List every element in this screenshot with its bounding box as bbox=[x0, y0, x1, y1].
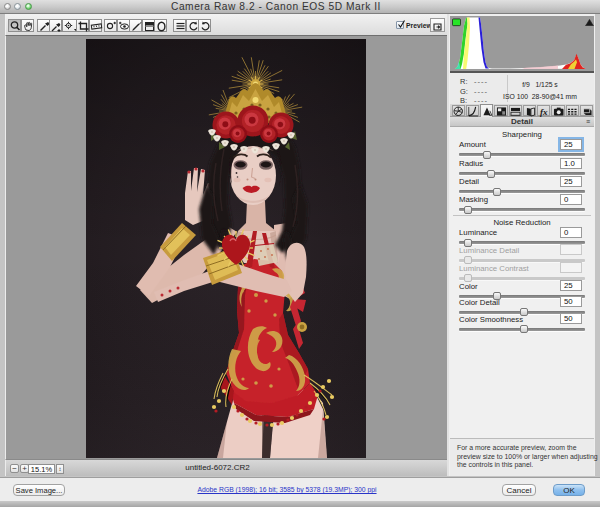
svg-text:fx: fx bbox=[540, 107, 548, 117]
